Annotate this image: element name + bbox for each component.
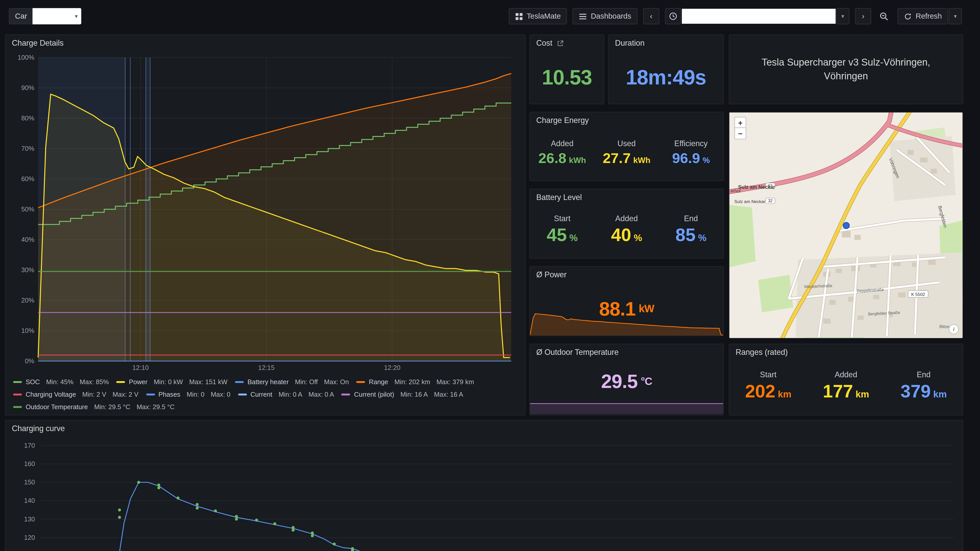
- stat-end: End379km: [885, 360, 963, 411]
- panel-map: 32 32 K 5502 Sulz am Neckar Sulz am Neck…: [729, 112, 963, 338]
- panel-cost: Cost 10.53: [529, 35, 605, 104]
- charging-curve-chart[interactable]: 170160150140130120: [6, 437, 959, 551]
- stat-added: Added177km: [807, 360, 885, 411]
- legend-item-soc[interactable]: SOCMin: 45%Max: 85%: [13, 376, 109, 388]
- panel-title: Ø Outdoor Temperature: [530, 344, 723, 360]
- refresh-icon: [904, 12, 912, 21]
- map-label-poi: Blitze: [939, 324, 950, 329]
- svg-text:100%: 100%: [18, 54, 35, 61]
- stat-used: Used27.7kWh: [594, 129, 659, 177]
- car-variable-label: Car: [9, 8, 33, 24]
- panel-title: Ø Power: [530, 267, 723, 283]
- battery-level-stats: Start45%Added40%End85%: [530, 206, 723, 254]
- stat-efficiency: Efficiency96.9%: [659, 129, 723, 177]
- map-zoom-out-button[interactable]: −: [735, 127, 746, 140]
- stat-added: Added40%: [594, 206, 659, 254]
- route-badge: 32: [768, 199, 773, 203]
- panel-duration: Duration 18m:49s: [608, 35, 724, 104]
- svg-text:70%: 70%: [21, 145, 34, 152]
- panel-title: Charge Energy: [530, 113, 723, 129]
- map-canvas[interactable]: 32 32 K 5502 Sulz am Neckar Sulz am Neck…: [729, 113, 963, 339]
- external-link-icon[interactable]: [557, 40, 563, 47]
- panel-charge-details: Charge Details 100%90%80%70%60%50%40%30%…: [5, 35, 526, 416]
- legend-item-current[interactable]: CurrentMin: 0 AMax: 0 A: [238, 389, 334, 400]
- svg-text:20%: 20%: [21, 297, 34, 304]
- car-variable: Car ▾: [9, 8, 81, 24]
- dashboards-button[interactable]: Dashboards: [573, 8, 638, 24]
- legend-item-power[interactable]: PowerMin: 0 kWMax: 151 kW: [116, 376, 228, 388]
- panel-avg-outdoor-temperature: Ø Outdoor Temperature 29.5°C: [529, 344, 724, 416]
- zoom-out-button[interactable]: [877, 9, 892, 24]
- time-range-dropdown-button[interactable]: ▾: [836, 8, 850, 24]
- legend-item-battery-heater[interactable]: Battery heaterMin: OffMax: On: [235, 376, 349, 388]
- car-select[interactable]: ▾: [33, 8, 81, 24]
- svg-text:0%: 0%: [25, 357, 35, 365]
- panel-charging-curve: Charging curve 170160150140130120: [5, 420, 963, 551]
- legend-item-phases[interactable]: PhasesMin: 0Max: 0: [146, 389, 231, 400]
- time-range-input[interactable]: [682, 9, 835, 24]
- stat-start: Start202km: [729, 360, 807, 411]
- charge-location-name: Tesla Supercharger v3 Sulz-Vöhringen, Vö…: [729, 35, 963, 103]
- panel-avg-power: Ø Power 88.1kW: [529, 266, 724, 336]
- svg-text:10%: 10%: [21, 327, 34, 334]
- map-zoom-in-button[interactable]: +: [735, 117, 746, 129]
- panel-ranges: Ranges (rated) Start202kmAdded177kmEnd37…: [729, 344, 963, 416]
- stat-added: Added26.8kWh: [530, 129, 594, 177]
- panel-title: Charge Details: [6, 35, 525, 51]
- road-ref-badge: K 5502: [911, 292, 925, 297]
- avg-temp-sparkline: [530, 402, 724, 414]
- svg-text:130: 130: [24, 516, 35, 523]
- toolbar: TeslaMate Dashboards ‹ ▾ › Ref: [508, 9, 962, 24]
- legend-item-outdoor-temperature[interactable]: Outdoor TemperatureMin: 29.5 °CMax: 29.5…: [13, 401, 175, 413]
- refresh-group: Refresh ▾: [897, 8, 962, 24]
- panel-charge-energy: Charge Energy Added26.8kWhUsed27.7kWhEff…: [529, 112, 724, 181]
- svg-text:150: 150: [24, 478, 35, 486]
- charge-details-chart[interactable]: 100%90%80%70%60%50%40%30%20%10%0%12:1012…: [6, 51, 521, 374]
- time-forward-button[interactable]: ›: [855, 8, 871, 24]
- svg-text:12:15: 12:15: [258, 364, 275, 371]
- svg-text:90%: 90%: [21, 84, 34, 91]
- svg-text:30%: 30%: [21, 266, 34, 273]
- map-label-town: Sulz am Neckar: [735, 199, 765, 204]
- map-label-partial: erhof: [731, 188, 741, 193]
- dashboards-list-icon: [579, 12, 587, 21]
- top-navigation: Car ▾ TeslaMate Dashboards ‹ ▾: [0, 0, 980, 32]
- svg-text:80%: 80%: [21, 114, 34, 122]
- refresh-interval-dropdown[interactable]: ▾: [949, 8, 962, 24]
- svg-text:120: 120: [24, 534, 35, 541]
- map-label-town: Sulz am Neckar: [738, 184, 775, 190]
- map-attribution-button[interactable]: i: [950, 325, 958, 333]
- map-location-marker[interactable]: [843, 222, 850, 229]
- svg-text:40%: 40%: [21, 236, 34, 243]
- avg-temp-value: 29.5°C: [530, 360, 723, 402]
- svg-text:12:10: 12:10: [132, 364, 149, 371]
- svg-text:12:20: 12:20: [384, 364, 401, 371]
- refresh-button[interactable]: Refresh: [897, 8, 948, 24]
- time-picker-clock-button[interactable]: [665, 8, 681, 24]
- clock-icon: [669, 12, 677, 21]
- panel-title: Duration: [609, 35, 723, 51]
- time-back-button[interactable]: ‹: [643, 8, 659, 24]
- teslamate-button[interactable]: TeslaMate: [508, 8, 567, 24]
- charge-energy-stats: Added26.8kWhUsed27.7kWhEfficiency96.9%: [530, 129, 723, 177]
- magnifier-minus-icon: [880, 11, 889, 21]
- avg-power-value: 88.1kW: [530, 283, 723, 335]
- time-picker-group: ▾: [665, 8, 850, 24]
- apps-grid-icon: [515, 12, 523, 21]
- svg-text:50%: 50%: [21, 206, 34, 213]
- legend-item-range[interactable]: RangeMin: 202 kmMax: 379 km: [356, 376, 474, 388]
- panel-title: Cost: [530, 35, 604, 51]
- stat-end: End85%: [659, 206, 723, 254]
- teslamate-grafana-dashboard: Car ▾ TeslaMate Dashboards ‹ ▾: [0, 0, 980, 551]
- panel-title: Charging curve: [6, 421, 963, 437]
- legend-item-current-pilot-[interactable]: Current (pilot)Min: 16 AMax: 16 A: [342, 389, 463, 400]
- svg-text:140: 140: [24, 497, 35, 504]
- duration-value: 18m:49s: [609, 51, 723, 104]
- panel-title: Ranges (rated): [729, 344, 963, 360]
- stat-start: Start45%: [530, 206, 594, 254]
- panel-battery-level: Battery Level Start45%Added40%End85%: [529, 189, 724, 259]
- legend-item-charging-voltage[interactable]: Charging VoltageMin: 2 VMax: 2 V: [13, 389, 138, 400]
- cost-value: 10.53: [530, 51, 604, 104]
- svg-text:60%: 60%: [21, 175, 34, 183]
- panel-location: Tesla Supercharger v3 Sulz-Vöhringen, Vö…: [729, 35, 963, 104]
